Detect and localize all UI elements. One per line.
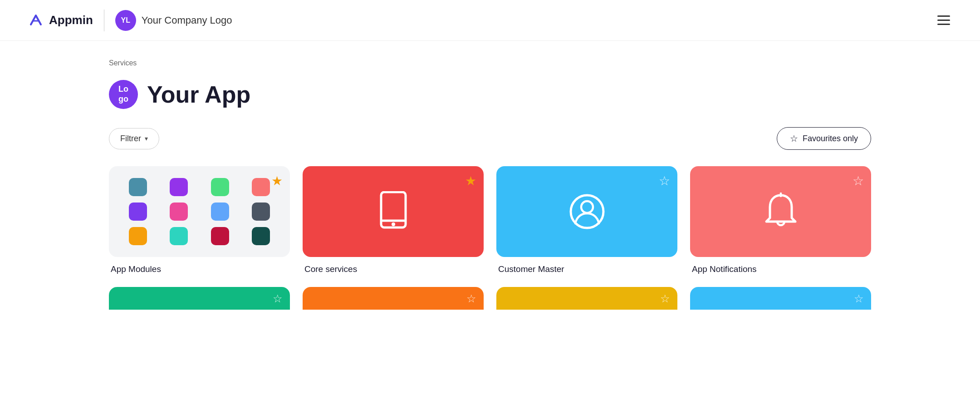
bottom-card-2[interactable]: ☆ [496, 287, 677, 310]
module-dot [252, 203, 270, 221]
page-title: Your App [147, 81, 250, 108]
card-image-app-notifications: ☆ [690, 166, 871, 257]
breadcrumb: Services [109, 59, 871, 67]
hamburger-menu[interactable] [935, 13, 953, 28]
card-label: Customer Master [496, 264, 677, 274]
card-customer-master[interactable]: ☆ Customer Master [496, 166, 677, 274]
header-divider [104, 10, 104, 31]
star-outline-icon: ☆ [790, 133, 798, 144]
chevron-down-icon: ▾ [145, 135, 148, 142]
card-star[interactable]: ★ [271, 173, 283, 188]
module-dot [211, 178, 229, 196]
module-dot [129, 227, 147, 245]
bottom-card-1[interactable]: ☆ [303, 287, 484, 310]
header: Appmin YL Your Company Logo [0, 0, 980, 41]
header-left: Appmin YL Your Company Logo [27, 10, 232, 31]
appmin-logo[interactable]: Appmin [27, 12, 93, 29]
filter-label: Filtrer [120, 134, 141, 143]
module-dot [170, 203, 188, 221]
hamburger-line-1 [937, 15, 950, 17]
module-dot [252, 178, 270, 196]
card-app-modules[interactable]: ★ App Modules [109, 166, 290, 274]
bottom-cards-row: ☆☆☆☆ [109, 287, 871, 310]
card-star[interactable]: ☆ [659, 173, 670, 188]
company-name: Your Company Logo [142, 15, 232, 26]
svg-point-2 [392, 222, 395, 226]
page-logo-icon: Logo [109, 80, 138, 109]
filter-row: Filtrer ▾ ☆ Favourites only [109, 127, 871, 150]
card-star[interactable]: ☆ [660, 292, 670, 305]
card-core-services[interactable]: ★ Core services [303, 166, 484, 274]
company-logo: YL Your Company Logo [115, 10, 232, 31]
company-avatar: YL [115, 10, 136, 31]
svg-rect-0 [381, 192, 406, 227]
card-image-modules: ★ [109, 166, 290, 257]
card-app-notifications[interactable]: ☆ App Notifications [690, 166, 871, 274]
card-label: Core services [303, 264, 484, 274]
card-star[interactable]: ☆ [853, 173, 864, 188]
cards-grid: ★ App Modules ★ Core services ☆ Customer… [109, 166, 871, 274]
card-star[interactable]: ☆ [854, 292, 864, 305]
card-label: App Notifications [690, 264, 871, 274]
tablet-icon [377, 191, 409, 232]
module-dot [170, 227, 188, 245]
user-icon [569, 193, 605, 230]
hamburger-line-3 [937, 24, 950, 25]
card-image-core-services: ★ [303, 166, 484, 257]
module-dot [129, 203, 147, 221]
module-dot [252, 227, 270, 245]
filter-button[interactable]: Filtrer ▾ [109, 128, 159, 149]
card-star[interactable]: ☆ [273, 292, 283, 305]
appmin-label: Appmin [49, 13, 93, 27]
main-content: Services Logo Your App Filtrer ▾ ☆ Favou… [0, 41, 980, 337]
card-image-customer-master: ☆ [496, 166, 677, 257]
favourites-label: Favourites only [803, 134, 858, 143]
favourites-button[interactable]: ☆ Favourites only [777, 127, 871, 150]
appmin-logo-icon [27, 12, 44, 29]
bottom-card-3[interactable]: ☆ [690, 287, 871, 310]
module-dot [170, 178, 188, 196]
bottom-card-0[interactable]: ☆ [109, 287, 290, 310]
hamburger-line-2 [937, 20, 950, 21]
page-title-row: Logo Your App [109, 80, 871, 109]
module-dot [129, 178, 147, 196]
module-dot [211, 227, 229, 245]
svg-point-4 [581, 201, 593, 213]
module-dot [211, 203, 229, 221]
card-star[interactable]: ★ [465, 173, 476, 188]
card-star[interactable]: ☆ [466, 292, 476, 305]
card-label: App Modules [109, 264, 290, 274]
bell-icon [764, 193, 798, 231]
